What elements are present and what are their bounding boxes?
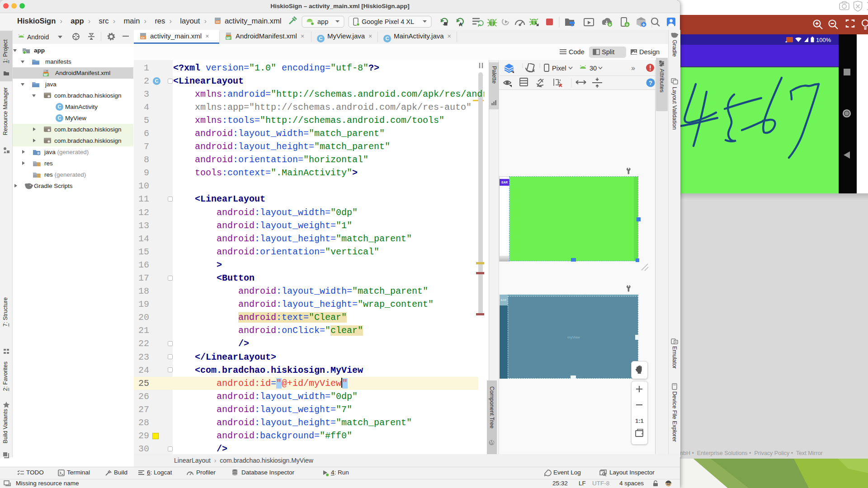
svg-text:30: 30 xyxy=(590,65,597,72)
svg-text:A: A xyxy=(459,22,462,27)
svg-text:app: app xyxy=(317,18,328,25)
svg-text:<>: <> xyxy=(141,36,145,39)
svg-text:MF: MF xyxy=(226,37,231,40)
svg-text:»: » xyxy=(631,64,635,72)
svg-text:Pixel: Pixel xyxy=(552,65,566,72)
svg-text:100%: 100% xyxy=(816,37,831,43)
svg-text:MF: MF xyxy=(44,73,48,76)
svg-text:Google Pixel 4 XL: Google Pixel 4 XL xyxy=(362,18,414,25)
svg-text:1:1: 1:1 xyxy=(635,418,644,424)
svg-text:?: ? xyxy=(649,80,652,86)
